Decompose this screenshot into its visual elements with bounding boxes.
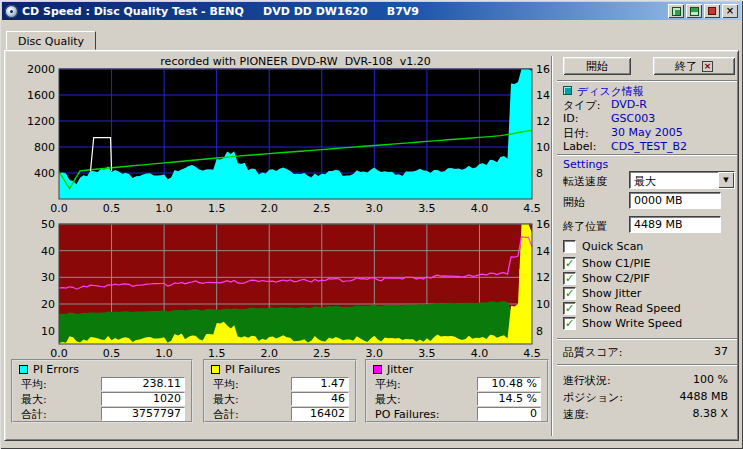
- stat-label: 平均:: [375, 377, 401, 392]
- stat-value: 1.47: [291, 377, 349, 391]
- svg-text:14: 14: [536, 89, 550, 102]
- end-position-input[interactable]: [629, 216, 721, 233]
- pi-failures-jitter-chart: 50403020101614121080.00.51.01.52.02.53.0…: [7, 218, 552, 360]
- disc-type-label: タイプ:: [563, 98, 600, 113]
- title-icon-button-2[interactable]: [686, 4, 702, 18]
- svg-text:3.5: 3.5: [418, 202, 436, 215]
- speed-value: 8.38 X: [692, 407, 728, 420]
- quality-score-label: 品質スコア:: [563, 345, 622, 360]
- checkbox-label: Show Read Speed: [582, 302, 681, 315]
- svg-text:2.0: 2.0: [260, 202, 278, 215]
- svg-text:2.5: 2.5: [313, 202, 331, 215]
- exit-x-icon: ×: [702, 61, 713, 72]
- checkbox-quick-scan[interactable]: Quick Scan: [563, 240, 643, 253]
- checkbox-box: ✓: [563, 272, 576, 285]
- svg-text:1.5: 1.5: [208, 202, 226, 215]
- close-button[interactable]: ×: [722, 4, 738, 18]
- minimize-button[interactable]: [704, 4, 720, 18]
- disc-type-value: DVD-R: [611, 98, 647, 111]
- svg-text:10: 10: [536, 141, 550, 154]
- stat-value: 238.11: [101, 377, 185, 391]
- svg-text:16: 16: [536, 63, 550, 76]
- stat-label: PO Failures:: [375, 408, 439, 421]
- stat-label: 最大:: [213, 392, 239, 407]
- title-bar-buttons: ×: [668, 4, 738, 18]
- start-position-input[interactable]: [629, 192, 721, 209]
- svg-text:12: 12: [536, 271, 550, 284]
- svg-text:0.5: 0.5: [103, 202, 121, 215]
- divider: [557, 338, 737, 340]
- stat-value: 16402: [291, 407, 349, 421]
- progress-label: 進行状況:: [563, 373, 611, 388]
- checkbox-label: Show Jitter: [582, 287, 641, 300]
- check-icon: ✓: [565, 258, 574, 269]
- checkbox-label: Show Write Speed: [582, 317, 682, 330]
- pi-failures-swatch: [211, 365, 220, 374]
- check-icon: ✓: [565, 288, 574, 299]
- checkbox-show-c1-pie[interactable]: ✓ Show C1/PIE: [563, 257, 650, 270]
- pi-failures-stats-box: PI Failures 平均:1.47 最大:46 合計:16402: [203, 359, 357, 423]
- checkbox-box: ✓: [563, 302, 576, 315]
- svg-text:20: 20: [41, 298, 55, 311]
- svg-text:0.0: 0.0: [50, 202, 68, 215]
- checkbox-label: Show C2/PIF: [582, 272, 650, 285]
- disc-label-label: Label:: [563, 140, 596, 153]
- svg-text:50: 50: [41, 218, 55, 231]
- svg-text:1600: 1600: [27, 89, 55, 102]
- svg-text:30: 30: [41, 271, 55, 284]
- svg-text:2000: 2000: [27, 63, 55, 76]
- svg-text:10: 10: [536, 298, 550, 311]
- svg-text:4.5: 4.5: [523, 202, 541, 215]
- checkbox-show-read-speed[interactable]: ✓ Show Read Speed: [563, 302, 681, 315]
- chevron-down-icon: ▼: [723, 176, 728, 184]
- tab-disc-quality[interactable]: Disc Quality: [6, 31, 96, 50]
- title-bar[interactable]: CD Speed : Disc Quality Test - BENQ DVD …: [2, 2, 741, 20]
- progress-value: 100 %: [693, 373, 728, 386]
- start-button[interactable]: 開始: [563, 57, 631, 75]
- transfer-speed-select[interactable]: 最大 ▼: [629, 171, 735, 189]
- quality-score-value: 37: [714, 345, 728, 358]
- panel-divider: [551, 56, 553, 436]
- svg-text:3.0: 3.0: [366, 202, 384, 215]
- stat-value: 1020: [101, 392, 185, 406]
- minimize-icon: [708, 7, 716, 15]
- checkbox-show-c2-pif[interactable]: ✓ Show C2/PIF: [563, 272, 650, 285]
- jitter-stats-box: Jitter 平均:10.48 % 最大:14.5 % PO Failures:…: [365, 359, 549, 423]
- disc-info-header: ディスク情報: [577, 84, 644, 99]
- title-icon-button-1[interactable]: [668, 4, 684, 18]
- app-icon: [5, 5, 18, 18]
- pi-errors-stats-box: PI Errors 平均:238.11 最大:1020 合計:3757797: [11, 359, 193, 423]
- svg-text:16: 16: [536, 218, 550, 231]
- transfer-speed-value: 最大: [630, 172, 718, 188]
- grid-icon: [672, 7, 681, 16]
- main-panel: recorded with PIONEER DVD-RW DVR-108 v1.…: [4, 50, 739, 441]
- pi-errors-speed-chart: 2000160012008004001614121080.00.51.01.52…: [7, 63, 552, 221]
- exit-button[interactable]: 終了 ×: [653, 57, 735, 75]
- app-window: CD Speed : Disc Quality Test - BENQ DVD …: [0, 0, 743, 449]
- svg-text:400: 400: [34, 167, 55, 180]
- checkbox-box: ✓: [563, 287, 576, 300]
- start-button-label: 開始: [586, 59, 608, 74]
- dropdown-button[interactable]: ▼: [718, 172, 734, 188]
- svg-text:40: 40: [41, 245, 55, 258]
- stat-label: 平均:: [213, 377, 239, 392]
- checkbox-show-jitter[interactable]: ✓ Show Jitter: [563, 287, 641, 300]
- start-position-label: 開始: [563, 195, 585, 210]
- checkbox-box: ✓: [563, 317, 576, 330]
- svg-text:800: 800: [34, 141, 55, 154]
- stat-value: 14.5 %: [477, 392, 541, 406]
- divider: [557, 364, 737, 366]
- svg-text:1200: 1200: [27, 115, 55, 128]
- disc-label-value: CDS_TEST_B2: [611, 140, 687, 153]
- stats-box-title: PI Failures: [225, 363, 280, 376]
- stat-label: 合計:: [21, 407, 47, 422]
- check-icon: ✓: [565, 273, 574, 284]
- divider: [557, 80, 737, 82]
- svg-text:8: 8: [536, 167, 543, 180]
- stat-label: 平均:: [21, 377, 47, 392]
- pi-errors-swatch: [19, 365, 28, 374]
- divider: [557, 154, 737, 156]
- exit-button-label: 終了: [675, 59, 697, 74]
- stat-label: 最大:: [375, 392, 401, 407]
- checkbox-show-write-speed[interactable]: ✓ Show Write Speed: [563, 317, 682, 330]
